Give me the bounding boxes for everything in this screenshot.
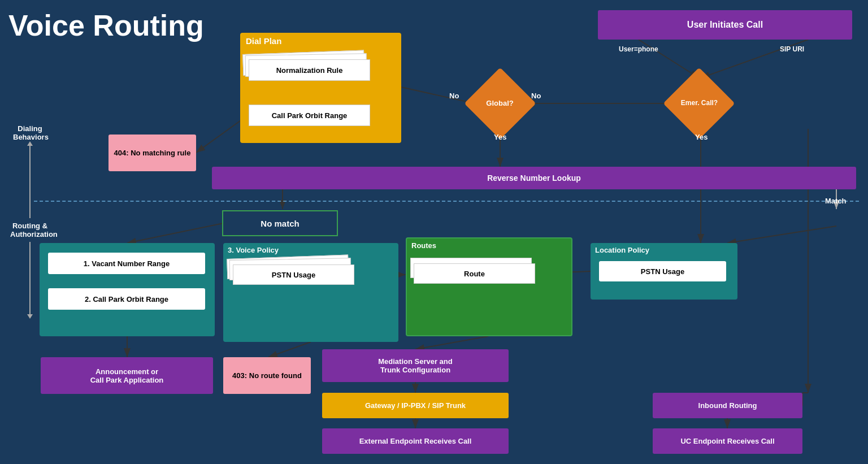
page-title: Voice Routing — [8, 8, 204, 42]
dial-plan-label: Dial Plan — [240, 33, 401, 49]
user-phone-label: User=phone — [619, 45, 658, 53]
main-container: Voice Routing Dialing Behaviors Routing … — [0, 0, 868, 464]
pstn-front: PSTN Usage — [233, 264, 354, 285]
yes-label-global: Yes — [494, 133, 506, 141]
emer-call-diamond-label: Emer. Call? — [670, 82, 729, 124]
svg-line-20 — [727, 226, 836, 243]
pstn-usage-loc: PSTN Usage — [599, 261, 726, 281]
announcement-box: Announcement or Call Park Application — [41, 357, 213, 394]
routes-label: Routes — [407, 238, 571, 253]
gateway-box: Gateway / IP-PBX / SIP Trunk — [322, 393, 509, 418]
reverse-lookup-bar: Reverse Number Lookup — [212, 167, 856, 189]
routes-box: Routes — [406, 237, 572, 336]
svg-line-18 — [268, 342, 311, 357]
vertical-section-labels: Dialing Behaviors Routing & Authorizatio… — [10, 124, 50, 319]
location-policy-label: Location Policy — [591, 243, 737, 257]
yes-label-emer: Yes — [695, 133, 708, 141]
routing-auth-label: Routing & Authorization — [10, 222, 50, 238]
svg-line-14 — [415, 336, 488, 349]
inbound-routing-box: Inbound Routing — [653, 393, 802, 418]
vacant-number-box: 1. Vacant Number Range — [48, 253, 205, 274]
dialing-behaviors-label: Dialing Behaviors — [13, 124, 47, 141]
box-403: 403: No route found — [223, 357, 311, 394]
mediation-server-box: Mediation Server and Trunk Configuration — [322, 349, 509, 382]
box-404: 404: No matching rule — [108, 135, 196, 171]
route-front: Route — [414, 263, 535, 284]
uc-endpoint-box: UC Endpoint Receives Call — [653, 428, 802, 454]
sip-uri-label: SIP URI — [780, 45, 804, 53]
call-park-orbit-dial: Call Park Orbit Range — [249, 105, 370, 126]
dashed-divider — [34, 201, 859, 202]
match-label: Match — [825, 197, 847, 205]
external-endpoint-box: External Endpoint Receives Call — [322, 428, 509, 454]
voice-policy-label: 3. Voice Policy — [223, 243, 398, 257]
dial-plan-box: Dial Plan — [240, 33, 401, 143]
global-diamond-label: Global? — [473, 82, 527, 124]
norm-rule-front: Normalization Rule — [249, 59, 370, 81]
no-match-box: No match — [222, 210, 338, 236]
call-park-orbit2-box: 2. Call Park Orbit Range — [48, 288, 205, 310]
svg-line-10 — [127, 223, 223, 243]
no-label-global: No — [449, 92, 459, 100]
no-label-emer: No — [531, 92, 541, 100]
user-initiates-box: User Initiates Call — [598, 10, 852, 40]
